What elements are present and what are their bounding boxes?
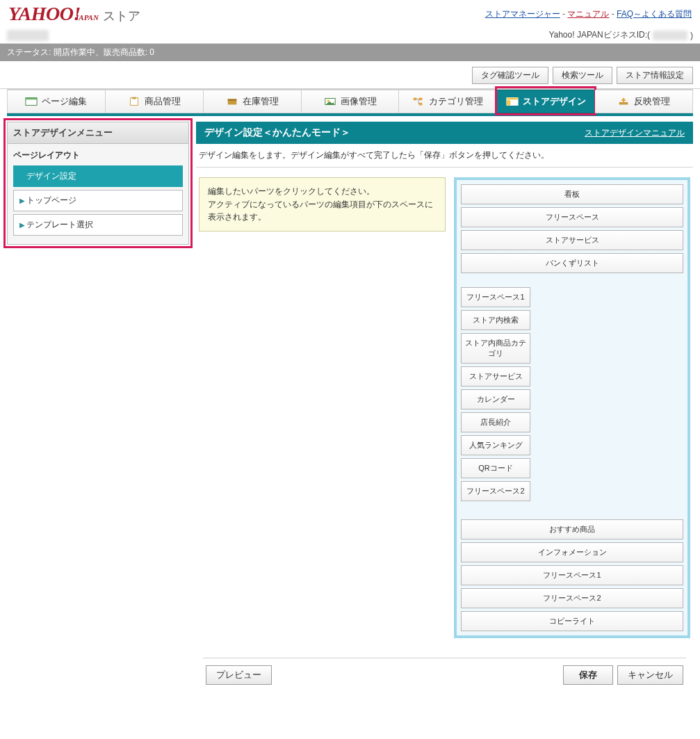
tree-icon [412, 97, 425, 106]
part-information[interactable]: インフォメーション [461, 542, 683, 562]
part-breadcrumb[interactable]: パンくずリスト [461, 253, 683, 273]
svg-rect-8 [414, 98, 417, 101]
tab-category-mgmt[interactable]: カテゴリ管理 [399, 90, 497, 113]
cancel-button[interactable]: キャンセル [617, 665, 683, 685]
tab-label: 商品管理 [145, 95, 181, 108]
layout-bottom-section: おすすめ商品 インフォメーション フリースペース1 フリースペース2 コピーライ… [461, 519, 683, 631]
tab-label: 在庫管理 [243, 95, 279, 108]
part-freespace1[interactable]: フリースペース1 [461, 287, 530, 307]
tab-label: 画像管理 [341, 95, 377, 108]
part-recommend[interactable]: おすすめ商品 [461, 519, 683, 539]
part-copyright[interactable]: コピーライト [461, 611, 683, 631]
logo-brand: YAHOO! [8, 4, 81, 24]
sidebar-item-label: テンプレート選択 [26, 220, 93, 229]
part-signboard[interactable]: 看板 [461, 184, 683, 204]
tab-store-design[interactable]: ストアデザイン [497, 90, 595, 113]
sidebar-header: ストアデザインメニュー [8, 122, 188, 144]
business-id-tail: ) [690, 31, 693, 40]
yahoo-logo: YAHOO! JAPAN ストア [8, 4, 140, 24]
layout-mid-section: フリースペース1 ストア内検索 ストア内商品カテゴリ ストアサービス カレンダー… [461, 287, 683, 505]
top-links: ストアマネージャー - マニュアル - FAQ～よくある質問 [485, 8, 692, 20]
box-icon [226, 97, 238, 106]
sidebar-item-template-select[interactable]: ▶テンプレート選択 [13, 214, 183, 236]
page-icon [25, 97, 38, 106]
svg-point-7 [327, 99, 329, 102]
tab-page-edit[interactable]: ページ編集 [7, 90, 106, 113]
sidebar-item-design-settings[interactable]: ▶デザイン設定 [13, 165, 183, 187]
link-faq[interactable]: FAQ～よくある質問 [617, 9, 692, 19]
preview-button[interactable]: プレビュー [206, 665, 272, 685]
status-bar: ステータス: 開店作業中、販売商品数: 0 [0, 44, 700, 61]
page-title: デザイン設定＜かんたんモード＞ [204, 127, 350, 139]
part-store-search[interactable]: ストア内検索 [461, 310, 530, 330]
svg-rect-5 [227, 99, 236, 101]
svg-rect-10 [419, 103, 423, 106]
tab-image-mgmt[interactable]: 画像管理 [302, 90, 400, 113]
tab-label: ページ編集 [42, 95, 87, 108]
part-freespace2-b[interactable]: フリースペース2 [461, 588, 683, 608]
part-store-service[interactable]: ストアサービス [461, 366, 530, 387]
logo-sub: JAPAN [75, 13, 99, 22]
link-manual[interactable]: マニュアル [567, 9, 609, 19]
tab-label: 反映管理 [634, 95, 670, 108]
part-ranking[interactable]: 人気ランキング [461, 435, 530, 455]
hint-line: 編集したいパーツをクリックしてください。 [208, 186, 375, 196]
layout-icon [506, 97, 519, 106]
main-title-bar: デザイン設定＜かんたんモード＞ ストアデザインマニュアル [196, 122, 693, 144]
upload-icon [617, 97, 630, 106]
business-id: Yahoo! JAPANビジネスID:( ) [548, 29, 693, 41]
part-freespace[interactable]: フリースペース [461, 207, 683, 227]
arrow-icon: ▶ [19, 197, 25, 204]
store-info-button[interactable]: ストア情報設定 [617, 67, 693, 84]
svg-rect-1 [26, 98, 37, 100]
logo-suffix: ストア [103, 8, 140, 24]
save-button[interactable]: 保存 [563, 665, 613, 685]
sidebar-item-label: デザイン設定 [26, 171, 76, 181]
business-id-label: Yahoo! JAPANビジネスID:( [548, 29, 650, 41]
link-store-manager[interactable]: ストアマネージャー [485, 9, 560, 19]
tag-check-tool-button[interactable]: タグ確認ツール [472, 67, 548, 84]
tab-product-mgmt[interactable]: 商品管理 [106, 90, 204, 113]
sidebar-item-label: トップページ [26, 195, 76, 205]
svg-rect-9 [419, 98, 423, 101]
svg-rect-13 [507, 100, 510, 105]
part-calendar[interactable]: カレンダー [461, 389, 530, 409]
hint-box: 編集したいパーツをクリックしてください。 アクティブになっているパーツの編集項目… [199, 177, 446, 232]
sidebar-item-top-page[interactable]: ▶トップページ [13, 190, 183, 211]
part-freespace2[interactable]: フリースペース2 [461, 481, 530, 501]
search-tool-button[interactable]: 検索ツール [553, 67, 612, 84]
main-description: デザイン編集をします。デザイン編集がすべて完了したら「保存」ボタンを押してくださ… [196, 144, 693, 168]
sidebar: ストアデザインメニュー ページレイアウト ▶デザイン設定 ▶トップページ ▶テン… [7, 122, 189, 245]
clipboard-icon [128, 97, 140, 106]
tab-publish-mgmt[interactable]: 反映管理 [595, 90, 693, 113]
svg-rect-3 [132, 97, 136, 99]
arrow-icon: ▶ [19, 221, 25, 229]
part-store-category[interactable]: ストア内商品カテゴリ [461, 333, 530, 364]
part-storeservice[interactable]: ストアサービス [461, 230, 683, 250]
link-design-manual[interactable]: ストアデザインマニュアル [585, 127, 685, 139]
tab-stock-mgmt[interactable]: 在庫管理 [204, 90, 302, 113]
layout-preview-panel: 看板 フリースペース ストアサービス パンくずリスト フリースペース1 ストア内… [454, 177, 690, 638]
part-freespace1-b[interactable]: フリースペース1 [461, 565, 683, 585]
store-name-redacted [7, 30, 49, 41]
tab-label: カテゴリ管理 [429, 95, 483, 108]
svg-rect-12 [507, 98, 518, 100]
layout-top-section: 看板 フリースペース ストアサービス パンくずリスト [461, 184, 683, 273]
image-icon [324, 97, 336, 106]
part-manager-intro[interactable]: 店長紹介 [461, 412, 530, 432]
sidebar-section-label: ページレイアウト [13, 149, 183, 161]
tab-label: ストアデザイン [523, 95, 586, 108]
hint-line: アクティブになっているパーツの編集項目が下のスペースに表示されます。 [208, 200, 433, 222]
business-id-redacted [653, 31, 687, 40]
part-qrcode[interactable]: QRコード [461, 458, 530, 478]
